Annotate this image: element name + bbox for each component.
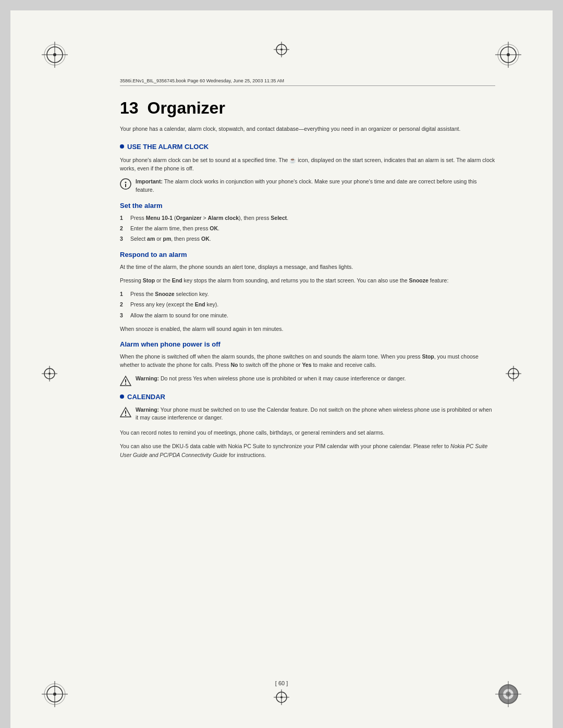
bullet-dot-1 — [120, 144, 124, 149]
warning-box-2: Warning: Your phone must be switched on … — [120, 406, 495, 423]
snooze-step-2: 2 Press any key (except the End key). — [120, 300, 495, 309]
center-mark-left — [42, 366, 57, 384]
snooze-text-2: Press any key (except the End key). — [130, 300, 218, 309]
snooze-step-1: 1 Press the Snooze selection key. — [120, 290, 495, 298]
snooze-note: When snooze is enabled, the alarm will s… — [120, 325, 495, 333]
warning-icon-2 — [120, 406, 131, 418]
svg-point-37 — [125, 182, 127, 183]
snooze-text-1: Press the Snooze selection key. — [130, 290, 209, 298]
calendar-reference: Nokia PC Suite User Guide and PC/PDA Con… — [120, 443, 487, 458]
important-icon — [120, 178, 131, 190]
warning-text-2: Warning: Your phone must be switched on … — [136, 406, 495, 423]
respond-body2: Pressing Stop or the End key stops the a… — [120, 276, 495, 285]
bullet-dot-2 — [120, 394, 124, 399]
page-number-area: [ 60 ] — [10, 680, 553, 686]
svg-point-45 — [125, 415, 126, 416]
important-label: Important: — [136, 178, 163, 184]
snooze-steps: 1 Press the Snooze selection key. 2 Pres… — [120, 290, 495, 319]
header-text: 3586i.ENv1_BIL_9356745.book Page 60 Wedn… — [120, 78, 284, 83]
warning-box-1: Warning: Do not press Yes when wireless … — [120, 375, 495, 387]
warning-label-2: Warning: — [136, 406, 159, 413]
respond-body1: At the time of the alarm, the phone soun… — [120, 263, 495, 271]
step-text-3: Select am or pm, then press OK. — [130, 235, 211, 243]
step-num-2: 2 — [120, 224, 127, 232]
section1-body: Your phone's alarm clock can be set to s… — [120, 156, 495, 173]
calendar-body2: You can also use the DKU-5 data cable wi… — [120, 442, 495, 459]
calendar-body1: You can record notes to remind you of me… — [120, 428, 495, 437]
page-number: [ 60 ] — [275, 680, 288, 686]
step-text-2: Enter the alarm time, then press OK. — [130, 224, 219, 232]
chapter-title: 13 Organizer — [120, 98, 495, 118]
section1-heading: USE THE ALARM CLOCK — [120, 143, 495, 151]
snooze-num-3: 3 — [120, 311, 127, 319]
sub-heading-respond: Respond to an alarm — [120, 251, 495, 258]
section1-title: USE THE ALARM CLOCK — [127, 143, 209, 151]
important-text-1: Important: The alarm clock works in conj… — [136, 178, 495, 194]
center-mark-top — [274, 42, 289, 59]
sub-heading-set-alarm: Set the alarm — [120, 202, 495, 209]
page: 3586i.ENv1_BIL_9356745.book Page 60 Wedn… — [10, 10, 553, 728]
corner-mark-tl — [42, 42, 68, 68]
warning-icon-1 — [120, 375, 131, 387]
center-mark-bottom — [274, 689, 289, 707]
power-off-body: When the phone is switched off when the … — [120, 352, 495, 369]
svg-point-42 — [125, 384, 126, 385]
warning-text-1: Warning: Do not press Yes when wireless … — [136, 375, 406, 383]
snooze-step-3: 3 Allow the alarm to sound for one minut… — [120, 311, 495, 319]
intro-paragraph: Your phone has a calendar, alarm clock, … — [120, 125, 495, 133]
corner-mark-tr — [495, 42, 521, 68]
warning-label-1: Warning: — [136, 375, 159, 381]
snooze-num-1: 1 — [120, 290, 127, 298]
content-area: 3586i.ENv1_BIL_9356745.book Page 60 Wedn… — [120, 78, 495, 671]
snooze-text-3: Allow the alarm to sound for one minute. — [130, 311, 228, 319]
section2-heading: CALENDAR — [120, 393, 495, 401]
step-1-set-alarm: 1 Press Menu 10-1 (Organizer > Alarm clo… — [120, 214, 495, 222]
step-2-set-alarm: 2 Enter the alarm time, then press OK. — [120, 224, 495, 232]
snooze-num-2: 2 — [120, 300, 127, 309]
important-box-1: Important: The alarm clock works in conj… — [120, 178, 495, 194]
center-mark-right — [506, 366, 521, 384]
section2-title: CALENDAR — [127, 393, 165, 401]
step-text-1: Press Menu 10-1 (Organizer > Alarm clock… — [130, 214, 288, 222]
step-num-1: 1 — [120, 214, 127, 222]
step-num-3: 3 — [120, 235, 127, 243]
header-bar: 3586i.ENv1_BIL_9356745.book Page 60 Wedn… — [120, 78, 495, 86]
set-alarm-steps: 1 Press Menu 10-1 (Organizer > Alarm clo… — [120, 214, 495, 243]
sub-heading-power-off: Alarm when phone power is off — [120, 340, 495, 348]
chapter-number: 13 — [120, 98, 139, 117]
step-3-set-alarm: 3 Select am or pm, then press OK. — [120, 235, 495, 243]
chapter-name: Organizer — [147, 98, 225, 117]
